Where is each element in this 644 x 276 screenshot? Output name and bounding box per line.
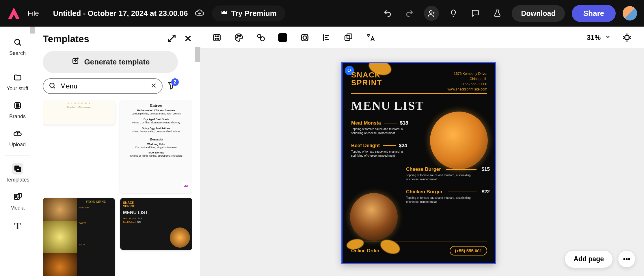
sparkle-icon (71, 57, 80, 67)
share-button[interactable]: Share (572, 5, 616, 22)
contact-block[interactable]: 1676 Kemberly Drive, Chicago, IL (+55) 5… (448, 71, 487, 92)
translate-tool-icon[interactable] (364, 32, 377, 44)
pizza-image[interactable] (430, 112, 488, 169)
brands-icon: B (12, 100, 23, 111)
shapes-tool-icon[interactable] (255, 32, 267, 44)
templates-icon (12, 163, 23, 175)
price-leader (446, 169, 477, 170)
add-page-button[interactable]: Add page (565, 250, 613, 268)
context-toolbar: 31% (200, 27, 644, 49)
order-row[interactable]: Online Order (+55) 555 001 (351, 246, 487, 255)
panel-scrollbar[interactable] (195, 47, 200, 62)
beaker-icon[interactable] (490, 6, 505, 21)
document-title[interactable]: Untitled - October 17, 2024 at 23.00.06 (53, 9, 188, 18)
menu-item-desc[interactable]: Topping of tomato sauce and mustard, a s… (351, 127, 412, 135)
download-button[interactable]: Download (512, 5, 565, 22)
filter-count-badge: 2 (171, 78, 179, 86)
menu-title[interactable]: MENU LIST (351, 99, 424, 113)
ideas-icon[interactable] (446, 6, 461, 21)
search-icon (49, 82, 56, 90)
rail-item-your-stuff[interactable]: Your stuff (0, 69, 35, 95)
template-search-field[interactable] (43, 78, 163, 94)
menu-item-desc[interactable]: Topping of tomato sauce and mustard, a s… (406, 173, 472, 181)
template-thumb[interactable]: D E S S E R T Strawberry Cheesecake (43, 100, 115, 125)
outline-swatch-icon[interactable] (299, 32, 311, 44)
contact-line: www.snacksprint.site.com (448, 87, 487, 92)
expand-panel-icon[interactable] (167, 34, 176, 44)
svg-point-12 (215, 38, 216, 39)
zoom-value: 31% (587, 34, 601, 42)
clear-search-icon[interactable] (150, 82, 157, 90)
svg-point-16 (239, 35, 241, 36)
comment-icon[interactable] (468, 6, 483, 21)
price-leader (383, 145, 396, 146)
file-menu[interactable]: File (28, 9, 39, 17)
svg-point-8 (50, 83, 54, 87)
generate-template-button[interactable]: Generate template (43, 51, 178, 73)
divider (351, 242, 487, 242)
brand-title[interactable]: SNACK SPRINT (351, 71, 382, 87)
menu-item-row[interactable]: Beef Delight $24 (351, 143, 407, 149)
divider (351, 93, 487, 94)
svg-point-1 (15, 39, 20, 45)
layers-tool-icon[interactable] (343, 32, 355, 44)
menu-item-row[interactable]: Chicken Burger $22 (406, 189, 490, 195)
template-thumb[interactable]: Entrees Herb-crusted Chicken Skewers Lem… (120, 100, 192, 193)
document-canvas[interactable]: ⟳ SNACK SPRINT 1676 Kemberly Drive, Chic… (341, 62, 496, 264)
rail-scrollbar[interactable] (30, 27, 35, 34)
tpl-item: Dry Aged Beef Steak (124, 118, 188, 121)
rail-separator (5, 155, 30, 155)
tpl-brand: SPRINT (123, 204, 189, 208)
rail-item-text[interactable]: T (0, 217, 35, 235)
cloud-sync-icon[interactable] (195, 8, 204, 19)
svg-point-0 (429, 11, 432, 13)
rail-item-upload[interactable]: Upload (0, 125, 35, 151)
add-collaborator-button[interactable] (424, 6, 439, 21)
rail-item-media[interactable]: Media (0, 188, 35, 214)
user-avatar[interactable] (623, 6, 637, 21)
rail-item-templates[interactable]: Templates (0, 160, 35, 186)
top-bar: File Untitled - October 17, 2024 at 23.0… (0, 0, 644, 27)
rail-item-brands[interactable]: B Brands (0, 97, 35, 123)
menu-item-desc[interactable]: Topping of tomato sauce and mustard, a s… (406, 196, 472, 204)
canvas-area: 31% ⟳ SNACK SPRINT 1676 Kemberly Drive, … (200, 27, 644, 276)
try-premium-button[interactable]: Try Premium (211, 5, 286, 22)
tpl-item: Meat Monsta (123, 217, 136, 220)
menu-item-row[interactable]: Meat Monsta $18 (351, 120, 408, 126)
more-options-button[interactable]: ••• (618, 250, 635, 268)
chevron-down-icon (605, 34, 611, 42)
tpl-item-desc: Mixed leaves salad, green and red salsas (124, 130, 188, 133)
close-panel-icon[interactable] (184, 34, 192, 44)
rail-item-search[interactable]: Search (0, 34, 35, 59)
template-thumb[interactable]: SNACK SPRINT MENU LIST Meat Monsta$18 Be… (120, 198, 192, 250)
rail-label: Search (9, 50, 26, 56)
svg-point-14 (236, 37, 237, 38)
template-thumb[interactable]: FOOD MENU BURGER PASTA PIZZA (43, 198, 115, 276)
tpl-title: FOOD MENU (79, 200, 113, 204)
fill-color-swatch[interactable] (277, 32, 289, 44)
tpl-item: Herb-crusted Chicken Skewers (124, 109, 188, 112)
zoom-dropdown[interactable]: 31% (587, 34, 611, 42)
tpl-item-desc: Home Cut fries, signature tomato chutney (124, 121, 188, 124)
canvas-stage[interactable]: ⟳ SNACK SPRINT 1676 Kemberly Drive, Chic… (200, 49, 644, 276)
color-palette-icon[interactable] (233, 32, 245, 44)
crown-icon (221, 9, 228, 18)
align-tool-icon[interactable] (321, 32, 333, 44)
svg-text:B: B (16, 103, 19, 108)
menu-item-price: $24 (399, 143, 407, 149)
template-search-input[interactable] (60, 82, 146, 90)
redo-button[interactable] (402, 6, 417, 21)
undo-button[interactable] (380, 6, 395, 21)
menu-item-desc[interactable]: Topping of tomato sauce and mustard, a s… (351, 150, 412, 158)
price-leader (384, 123, 397, 123)
fit-tool-icon[interactable] (621, 32, 633, 44)
crop-tool-icon[interactable] (211, 32, 223, 44)
burger-image[interactable] (350, 193, 398, 241)
contact-line: Chicago, IL (448, 76, 487, 81)
filter-button[interactable]: 2 (167, 81, 176, 92)
menu-item-row[interactable]: Cheese Burger $15 (406, 166, 490, 172)
app-logo-icon (7, 6, 21, 20)
upload-icon (12, 128, 23, 139)
svg-rect-23 (625, 35, 629, 39)
tpl-item-desc: Choice of filling: vanilla, strawberry, … (124, 154, 188, 157)
